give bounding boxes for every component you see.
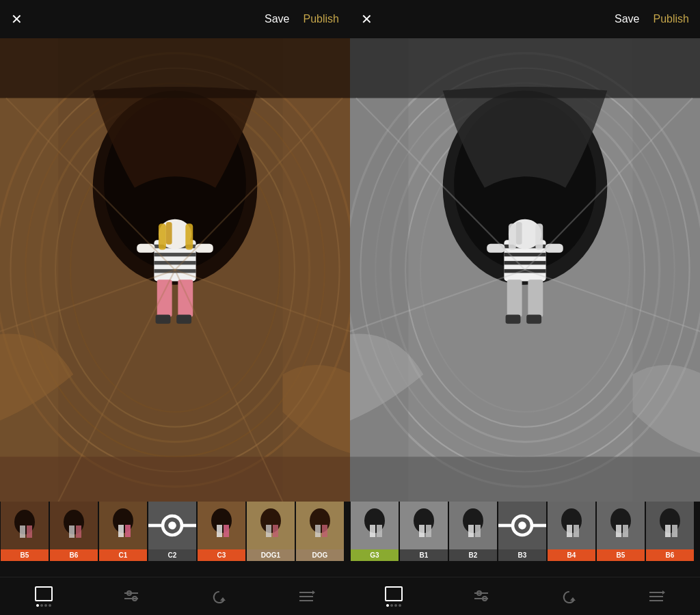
svg-rect-87: [504, 261, 546, 264]
filter-b6-right[interactable]: B6: [645, 502, 695, 561]
svg-rect-90: [546, 244, 563, 253]
filter-b5-left-label: B5: [1, 549, 49, 561]
filter-b2-right-label: B2: [449, 549, 497, 561]
right-adjust-icon: [472, 588, 491, 605]
right-header: ✕ Save Publish: [350, 0, 700, 38]
svg-rect-11: [0, 38, 350, 98]
right-frame-tool-dots: [386, 604, 401, 607]
svg-rect-53: [224, 525, 229, 537]
filter-b4-right[interactable]: B4: [547, 502, 596, 561]
right-effects-icon: [647, 588, 666, 605]
right-filter-row: G3 B1: [350, 502, 700, 577]
right-effects-tool[interactable]: [647, 588, 666, 605]
frame-tool-dots: [36, 604, 51, 607]
svg-marker-67: [220, 597, 226, 601]
left-save-button[interactable]: Save: [265, 13, 289, 25]
left-effects-tool[interactable]: [297, 588, 316, 605]
right-save-button[interactable]: Save: [615, 13, 639, 25]
left-photo: [0, 38, 350, 502]
right-filter-strip: G3 B1: [350, 502, 700, 577]
right-reset-tool[interactable]: [559, 588, 578, 605]
svg-rect-79: [350, 38, 408, 502]
filter-g3-right-label: G3: [351, 549, 399, 561]
svg-rect-56: [266, 525, 271, 537]
right-publish-button[interactable]: Publish: [654, 13, 689, 25]
filter-c1-left[interactable]: C1: [98, 502, 148, 561]
filter-b3-icon: [498, 502, 546, 549]
svg-rect-111: [426, 525, 431, 537]
filter-dog1-left-label: DOG1: [247, 549, 295, 561]
filter-b6-left-label: B6: [50, 549, 98, 561]
left-adjust-tool[interactable]: [122, 588, 141, 605]
svg-rect-40: [69, 525, 75, 538]
filter-c2-left[interactable]: C2: [148, 502, 197, 561]
left-bottom-toolbar: [0, 577, 350, 615]
right-frame-icon: [384, 586, 403, 602]
filter-b6-left[interactable]: B6: [49, 502, 98, 561]
right-reset-icon: [559, 588, 578, 605]
filter-dog2-left[interactable]: DOG: [295, 502, 345, 561]
filter-g3-right[interactable]: G3: [350, 502, 399, 561]
left-close-button[interactable]: ✕: [11, 12, 23, 26]
right-photo: [350, 38, 700, 502]
svg-rect-110: [419, 525, 425, 537]
svg-rect-95: [507, 279, 522, 317]
svg-rect-15: [154, 261, 196, 264]
filter-c3-left[interactable]: C3: [197, 502, 246, 561]
svg-rect-7: [0, 38, 58, 502]
frame-icon: [34, 586, 53, 602]
filter-b6-right-label: B6: [646, 549, 694, 561]
right-panel: ✕ Save Publish: [350, 0, 700, 615]
filter-b5-left[interactable]: B5: [0, 502, 49, 561]
left-panel: ✕ Save Publish: [0, 0, 350, 615]
svg-point-119: [518, 521, 526, 530]
left-filter-strip: B5 B6: [0, 502, 350, 577]
right-header-actions: Save Publish: [615, 13, 689, 25]
left-filter-row: B5 B6: [0, 502, 350, 577]
left-image-area: [0, 38, 350, 502]
filter-b5-right-label: B5: [597, 549, 645, 561]
left-reset-tool[interactable]: [209, 588, 228, 605]
left-publish-button[interactable]: Publish: [304, 13, 339, 25]
svg-point-49: [168, 521, 176, 530]
svg-rect-123: [574, 525, 579, 537]
filter-b3-right[interactable]: B3: [498, 502, 547, 561]
svg-rect-126: [616, 525, 621, 537]
svg-rect-93: [516, 222, 522, 245]
svg-rect-22: [185, 223, 193, 249]
svg-rect-37: [27, 525, 32, 538]
svg-rect-23: [157, 279, 172, 317]
right-adjust-tool[interactable]: [472, 588, 491, 605]
filter-b4-right-label: B4: [548, 549, 595, 561]
effects-icon: [297, 588, 316, 605]
filter-dog1-left[interactable]: DOG1: [246, 502, 295, 561]
filter-b2-right[interactable]: B2: [448, 502, 498, 561]
svg-rect-97: [506, 315, 521, 324]
svg-rect-57: [273, 525, 278, 537]
filter-c2-icon: [148, 502, 196, 549]
svg-rect-45: [125, 525, 131, 537]
right-frame-tool[interactable]: [384, 586, 403, 607]
svg-rect-20: [159, 223, 166, 249]
reset-icon: [209, 588, 228, 605]
left-header-actions: Save Publish: [265, 13, 339, 25]
right-image-area: [350, 38, 700, 502]
svg-rect-27: [0, 456, 350, 502]
filter-b5-right[interactable]: B5: [596, 502, 645, 561]
svg-rect-60: [315, 525, 321, 537]
left-frame-tool[interactable]: [34, 586, 53, 607]
svg-rect-132: [386, 587, 402, 601]
svg-rect-52: [217, 525, 222, 537]
svg-marker-137: [570, 597, 576, 601]
right-close-button[interactable]: ✕: [361, 12, 373, 26]
svg-rect-17: [137, 244, 154, 253]
filter-b1-right-label: B1: [400, 549, 448, 561]
svg-rect-94: [535, 223, 543, 249]
svg-marker-141: [662, 590, 665, 594]
svg-rect-18: [196, 244, 213, 253]
filter-b1-right[interactable]: B1: [399, 502, 448, 561]
filter-c2-left-label: C2: [148, 549, 196, 561]
svg-rect-127: [623, 525, 628, 537]
svg-rect-25: [156, 315, 171, 324]
svg-rect-61: [322, 525, 327, 537]
